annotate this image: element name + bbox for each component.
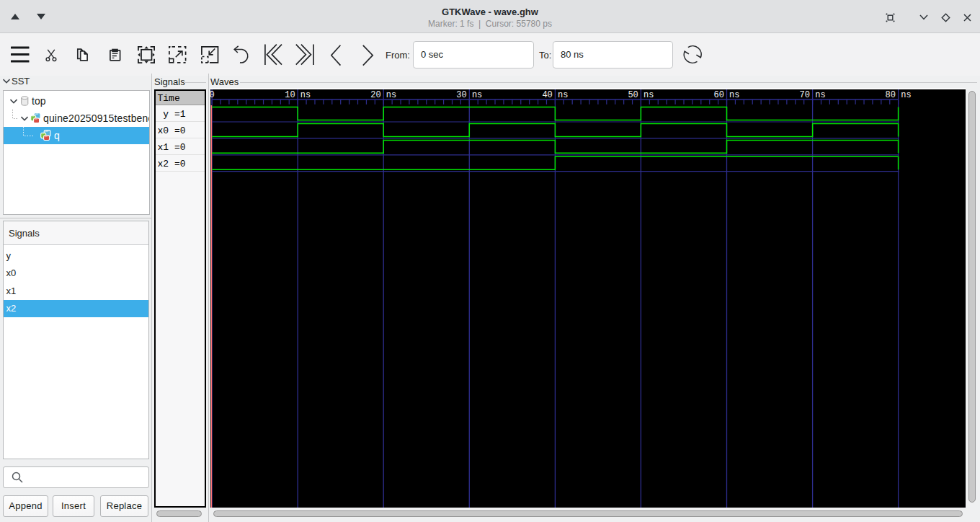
svg-text:40 ns: 40 ns [542, 90, 568, 100]
svg-text:20 ns: 20 ns [370, 90, 396, 100]
svg-text:30 ns: 30 ns [456, 90, 482, 100]
svg-text:0: 0 [210, 90, 215, 100]
svg-text:10 ns: 10 ns [285, 90, 311, 100]
svg-text:60 ns: 60 ns [713, 90, 739, 100]
svg-text:50 ns: 50 ns [628, 90, 654, 100]
svg-text:80 ns: 80 ns [885, 90, 911, 100]
svg-text:70 ns: 70 ns [799, 90, 825, 100]
